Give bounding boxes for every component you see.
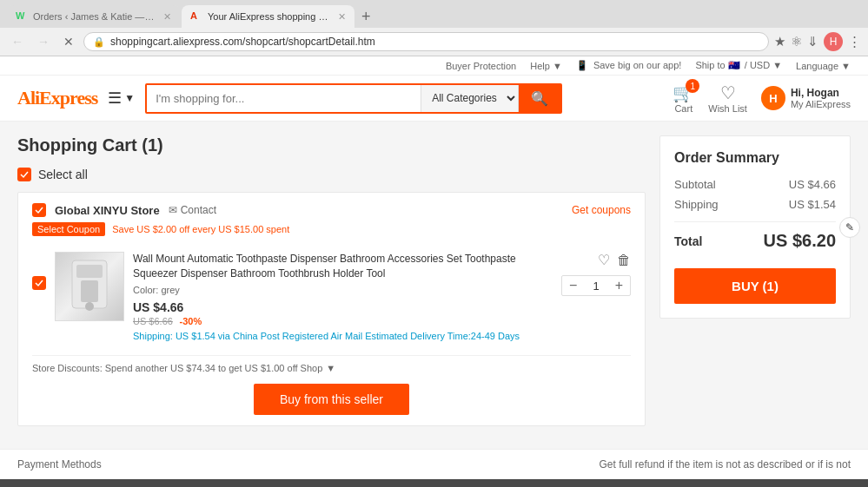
address-input[interactable]: [110, 36, 759, 48]
payment-bar: Payment Methods Get full refund if the i…: [0, 449, 868, 479]
pencil-icon: ✎: [845, 221, 854, 234]
search-box: All Categories 🔍: [145, 83, 562, 114]
summary-box: Order Summary Subtotal US $4.66 Shipping…: [659, 135, 851, 319]
toolbar-icons: ★ ⚛ ⇓ H ⋮: [774, 32, 861, 51]
svg-rect-1: [76, 265, 103, 278]
cart-title: Shopping Cart (1): [17, 135, 646, 155]
subtotal-value: US $4.66: [789, 178, 836, 191]
buy-from-seller-button[interactable]: Buy from this seller: [254, 384, 409, 415]
avatar: H: [761, 86, 785, 110]
search-input[interactable]: [147, 85, 421, 112]
payment-methods-label: Payment Methods: [17, 458, 102, 471]
original-price: US $6.66: [133, 316, 173, 326]
help-link[interactable]: Help ▼: [530, 61, 562, 71]
user-greeting: Hi, Hogan: [791, 87, 851, 99]
menu-icon[interactable]: ⋮: [848, 34, 861, 49]
address-bar[interactable]: 🔒: [83, 32, 769, 51]
seller-block: Global XINYU Store ✉ Contact Get coupons…: [17, 192, 646, 426]
edit-icon[interactable]: ✎: [839, 217, 860, 238]
tab-close-aliexpress[interactable]: ✕: [338, 11, 346, 23]
header-actions: 🛒 1 Cart ♡ Wish List H Hi, Hogan My AliE…: [673, 82, 851, 114]
ship-to: Ship to 🇦🇺 / USD ▼: [695, 60, 782, 71]
get-coupons-link[interactable]: Get coupons: [572, 204, 631, 216]
browser-toolbar: ← → ✕ 🔒 ★ ⚛ ⇓ H ⋮: [0, 28, 868, 56]
product-price: US $4.66: [133, 300, 553, 314]
back-button[interactable]: ←: [7, 33, 28, 50]
shipping-value: US $1.54: [789, 198, 836, 211]
tab-aliexpress[interactable]: A Your AliExpress shopping cart... ✕: [182, 5, 354, 28]
bookmark-icon[interactable]: ★: [774, 34, 785, 49]
product-action-icons: ♡ 🗑: [598, 252, 631, 268]
svg-rect-2: [81, 280, 98, 302]
qty-decrease-button[interactable]: −: [562, 276, 584, 295]
store-discount: Store Discounts: Spend another US $74.34…: [32, 355, 631, 373]
tab-close-orders[interactable]: ✕: [163, 11, 171, 23]
cart-button[interactable]: 🛒 1 Cart: [673, 82, 694, 114]
mail-icon: ✉: [169, 204, 177, 216]
product-checkbox[interactable]: [32, 276, 46, 290]
app-promo: 📱 Save big on our app!: [576, 60, 682, 71]
buyer-protection-info: Get full refund if the item is not as de…: [600, 458, 851, 471]
subtotal-label: Subtotal: [674, 178, 716, 191]
cart-section: Shopping Cart (1) Select all Global XINY…: [17, 135, 646, 435]
currency-selector[interactable]: / USD ▼: [745, 60, 782, 70]
user-account-label: My AliExpress: [791, 99, 851, 109]
coupon-bar: Select Coupon Save US $2.00 off every US…: [32, 222, 631, 236]
product-thumbnail: [56, 253, 123, 320]
tab-bar: W Orders ‹ James & Katie — Wo... ✕ A You…: [0, 0, 868, 28]
ae-header: AliExpress ☰ ▼ All Categories 🔍 🛒 1 Cart…: [0, 76, 868, 122]
buyer-protection-link[interactable]: Buyer Protection: [446, 61, 516, 71]
user-account[interactable]: H Hi, Hogan My AliExpress: [761, 86, 851, 110]
select-all-checkbox[interactable]: [17, 168, 31, 181]
shop-dropdown-icon: ▼: [326, 363, 335, 373]
shipping-label: Shipping: [674, 198, 719, 211]
wishlist-button[interactable]: ♡: [598, 252, 610, 268]
coupon-description: Save US $2.00 off every US $15.00 spent: [112, 224, 289, 234]
profile-icon[interactable]: H: [824, 32, 843, 51]
price-section: US $4.66 US $6.66 -30%: [133, 300, 553, 327]
seller-checkbox[interactable]: [32, 203, 46, 217]
total-label: Total: [674, 234, 702, 248]
hamburger-menu[interactable]: ☰ ▼: [108, 89, 135, 108]
tab-label-orders: Orders ‹ James & Katie — Wo...: [33, 11, 155, 22]
price-original-row: US $6.66 -30%: [133, 314, 553, 327]
buy-button[interactable]: BUY (1): [674, 268, 836, 304]
seller-header: Global XINYU Store ✉ Contact Get coupons: [32, 203, 631, 217]
discount-badge: -30%: [180, 316, 202, 326]
tab-favicon-orders: W: [16, 10, 28, 23]
product-actions: ♡ 🗑 − 1 +: [561, 252, 631, 296]
delete-button[interactable]: 🗑: [617, 252, 631, 268]
lock-icon: 🔒: [93, 36, 105, 48]
cart-badge: 1: [686, 79, 699, 93]
download-icon[interactable]: ⇓: [807, 34, 818, 49]
order-summary: Order Summary Subtotal US $4.66 Shipping…: [659, 135, 851, 435]
search-button[interactable]: 🔍: [519, 85, 560, 112]
subtitle-overlay: 然后对方卖家会按这个地址发货给你的客户: [0, 479, 868, 487]
tab-favicon-aliexpress: A: [190, 10, 202, 23]
language-selector[interactable]: Language ▼: [796, 61, 851, 71]
product-image: [55, 252, 124, 321]
product-row: Wall Mount Automatic Toothpaste Dispense…: [32, 245, 631, 348]
heart-icon: ♡: [720, 82, 736, 103]
total-value: US $6.20: [764, 231, 836, 251]
seller-name: Global XINYU Store: [55, 204, 160, 217]
select-coupon-button[interactable]: Select Coupon: [32, 222, 105, 236]
extension-icon[interactable]: ⚛: [791, 34, 802, 49]
qty-increase-button[interactable]: +: [608, 276, 630, 295]
contact-link[interactable]: ✉ Contact: [169, 204, 216, 216]
user-info: Hi, Hogan My AliExpress: [791, 87, 851, 109]
tab-orders[interactable]: W Orders ‹ James & Katie — Wo... ✕: [7, 5, 180, 28]
ae-logo[interactable]: AliExpress: [17, 87, 97, 109]
product-details: Wall Mount Automatic Toothpaste Dispense…: [133, 252, 553, 341]
shipping-info[interactable]: Shipping: US $1.54 via China Post Regist…: [133, 331, 553, 341]
new-tab-button[interactable]: +: [356, 6, 376, 28]
shipping-row: Shipping US $1.54: [674, 198, 836, 211]
category-select[interactable]: All Categories: [421, 85, 519, 112]
refresh-button[interactable]: ✕: [59, 33, 78, 50]
svg-point-3: [85, 302, 94, 311]
wishlist-button[interactable]: ♡ Wish List: [708, 82, 747, 114]
forward-button[interactable]: →: [33, 33, 54, 50]
product-color: Color: grey: [133, 285, 553, 295]
quantity-control: − 1 +: [561, 275, 631, 296]
total-row: Total US $6.20: [674, 221, 836, 251]
